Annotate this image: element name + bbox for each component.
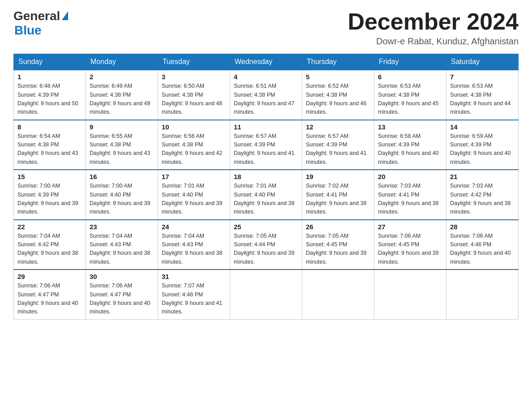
day-info: Sunrise: 7:06 AMSunset: 4:47 PMDaylight:…	[17, 282, 82, 317]
calendar-day-cell: 21Sunrise: 7:03 AMSunset: 4:42 PMDayligh…	[446, 170, 519, 220]
day-number: 29	[17, 273, 82, 280]
day-info: Sunrise: 7:03 AMSunset: 4:41 PMDaylight:…	[378, 182, 442, 217]
calendar-day-cell: 10Sunrise: 6:56 AMSunset: 4:38 PMDayligh…	[158, 120, 230, 170]
calendar-day-cell: 27Sunrise: 7:06 AMSunset: 4:45 PMDayligh…	[374, 220, 446, 270]
day-number: 23	[90, 223, 154, 231]
day-number: 5	[306, 73, 370, 81]
day-number: 25	[234, 223, 298, 231]
day-info: Sunrise: 6:56 AMSunset: 4:38 PMDaylight:…	[162, 132, 226, 167]
calendar-day-cell: 16Sunrise: 7:00 AMSunset: 4:40 PMDayligh…	[86, 170, 158, 220]
day-number: 24	[162, 223, 226, 231]
calendar-week-row: 22Sunrise: 7:04 AMSunset: 4:42 PMDayligh…	[14, 220, 519, 270]
day-info: Sunrise: 7:05 AMSunset: 4:44 PMDaylight:…	[234, 232, 298, 267]
calendar-day-cell: 23Sunrise: 7:04 AMSunset: 4:43 PMDayligh…	[86, 220, 158, 270]
calendar-header-row: SundayMondayTuesdayWednesdayThursdayFrid…	[14, 54, 519, 70]
day-number: 8	[17, 123, 82, 131]
logo: General Blue	[13, 9, 68, 38]
day-number: 1	[17, 73, 82, 81]
day-of-week-header: Tuesday	[158, 54, 230, 70]
calendar-week-row: 1Sunrise: 6:48 AMSunset: 4:39 PMDaylight…	[14, 70, 519, 120]
day-info: Sunrise: 6:53 AMSunset: 4:38 PMDaylight:…	[450, 82, 515, 117]
calendar-day-cell: 12Sunrise: 6:57 AMSunset: 4:39 PMDayligh…	[302, 120, 374, 170]
calendar-day-cell: 4Sunrise: 6:51 AMSunset: 4:38 PMDaylight…	[230, 70, 302, 120]
day-number: 22	[17, 223, 82, 231]
day-number: 15	[17, 173, 82, 180]
day-number: 20	[378, 173, 442, 180]
day-info: Sunrise: 6:52 AMSunset: 4:38 PMDaylight:…	[306, 82, 370, 117]
day-number: 9	[90, 123, 154, 131]
day-of-week-header: Friday	[374, 54, 446, 70]
day-info: Sunrise: 7:03 AMSunset: 4:42 PMDaylight:…	[450, 182, 515, 217]
day-info: Sunrise: 7:07 AMSunset: 4:48 PMDaylight:…	[162, 282, 226, 317]
day-info: Sunrise: 7:06 AMSunset: 4:46 PMDaylight:…	[450, 232, 515, 267]
day-info: Sunrise: 6:57 AMSunset: 4:39 PMDaylight:…	[306, 132, 370, 167]
day-info: Sunrise: 7:00 AMSunset: 4:40 PMDaylight:…	[90, 182, 154, 217]
calendar-day-cell: 2Sunrise: 6:49 AMSunset: 4:38 PMDaylight…	[86, 70, 158, 120]
calendar-day-cell	[374, 270, 446, 319]
calendar-day-cell: 26Sunrise: 7:05 AMSunset: 4:45 PMDayligh…	[302, 220, 374, 270]
day-number: 10	[162, 123, 226, 131]
day-number: 31	[162, 273, 226, 280]
day-info: Sunrise: 6:57 AMSunset: 4:39 PMDaylight:…	[234, 132, 298, 167]
day-info: Sunrise: 7:06 AMSunset: 4:45 PMDaylight:…	[378, 232, 442, 267]
day-info: Sunrise: 6:49 AMSunset: 4:38 PMDaylight:…	[90, 82, 154, 117]
month-title: December 2024	[348, 9, 519, 34]
day-number: 26	[306, 223, 370, 231]
day-info: Sunrise: 7:06 AMSunset: 4:47 PMDaylight:…	[90, 282, 154, 317]
calendar-day-cell: 18Sunrise: 7:01 AMSunset: 4:40 PMDayligh…	[230, 170, 302, 220]
page-header: General Blue December 2024 Dowr-e Rabat,…	[13, 9, 519, 47]
day-info: Sunrise: 6:53 AMSunset: 4:38 PMDaylight:…	[378, 82, 442, 117]
day-number: 7	[450, 73, 515, 81]
day-number: 6	[378, 73, 442, 81]
day-info: Sunrise: 7:04 AMSunset: 4:43 PMDaylight:…	[90, 232, 154, 267]
location-subtitle: Dowr-e Rabat, Kunduz, Afghanistan	[348, 36, 519, 47]
calendar-day-cell: 5Sunrise: 6:52 AMSunset: 4:38 PMDaylight…	[302, 70, 374, 120]
day-number: 21	[450, 173, 515, 180]
logo-triangle-icon	[62, 11, 68, 20]
day-number: 30	[90, 273, 154, 280]
title-block: December 2024 Dowr-e Rabat, Kunduz, Afgh…	[348, 9, 519, 47]
calendar-day-cell: 14Sunrise: 6:59 AMSunset: 4:39 PMDayligh…	[446, 120, 519, 170]
day-number: 27	[378, 223, 442, 231]
day-info: Sunrise: 7:02 AMSunset: 4:41 PMDaylight:…	[306, 182, 370, 217]
day-info: Sunrise: 6:59 AMSunset: 4:39 PMDaylight:…	[450, 132, 515, 167]
calendar-day-cell: 8Sunrise: 6:54 AMSunset: 4:38 PMDaylight…	[14, 120, 86, 170]
calendar-day-cell	[302, 270, 374, 319]
calendar-day-cell: 7Sunrise: 6:53 AMSunset: 4:38 PMDaylight…	[446, 70, 519, 120]
calendar-day-cell: 6Sunrise: 6:53 AMSunset: 4:38 PMDaylight…	[374, 70, 446, 120]
day-info: Sunrise: 7:05 AMSunset: 4:45 PMDaylight:…	[306, 232, 370, 267]
calendar-day-cell: 24Sunrise: 7:04 AMSunset: 4:43 PMDayligh…	[158, 220, 230, 270]
day-of-week-header: Sunday	[14, 54, 86, 70]
logo-general-text: General	[13, 9, 60, 23]
calendar-day-cell	[230, 270, 302, 319]
day-info: Sunrise: 6:55 AMSunset: 4:38 PMDaylight:…	[90, 132, 154, 167]
day-info: Sunrise: 6:54 AMSunset: 4:38 PMDaylight:…	[17, 132, 82, 167]
day-number: 12	[306, 123, 370, 131]
day-info: Sunrise: 6:50 AMSunset: 4:38 PMDaylight:…	[162, 82, 226, 117]
day-number: 19	[306, 173, 370, 180]
day-number: 14	[450, 123, 515, 131]
day-of-week-header: Monday	[86, 54, 158, 70]
calendar-day-cell: 31Sunrise: 7:07 AMSunset: 4:48 PMDayligh…	[158, 270, 230, 319]
calendar-day-cell: 25Sunrise: 7:05 AMSunset: 4:44 PMDayligh…	[230, 220, 302, 270]
calendar-day-cell: 11Sunrise: 6:57 AMSunset: 4:39 PMDayligh…	[230, 120, 302, 170]
calendar-table: SundayMondayTuesdayWednesdayThursdayFrid…	[13, 54, 519, 320]
calendar-day-cell: 20Sunrise: 7:03 AMSunset: 4:41 PMDayligh…	[374, 170, 446, 220]
day-info: Sunrise: 6:58 AMSunset: 4:39 PMDaylight:…	[378, 132, 442, 167]
day-number: 18	[234, 173, 298, 180]
day-number: 16	[90, 173, 154, 180]
day-of-week-header: Saturday	[446, 54, 519, 70]
calendar-day-cell: 22Sunrise: 7:04 AMSunset: 4:42 PMDayligh…	[14, 220, 86, 270]
day-number: 11	[234, 123, 298, 131]
calendar-day-cell: 13Sunrise: 6:58 AMSunset: 4:39 PMDayligh…	[374, 120, 446, 170]
calendar-day-cell: 29Sunrise: 7:06 AMSunset: 4:47 PMDayligh…	[14, 270, 86, 319]
day-number: 4	[234, 73, 298, 81]
calendar-day-cell: 19Sunrise: 7:02 AMSunset: 4:41 PMDayligh…	[302, 170, 374, 220]
calendar-week-row: 29Sunrise: 7:06 AMSunset: 4:47 PMDayligh…	[14, 270, 519, 319]
calendar-day-cell	[446, 270, 519, 319]
day-number: 17	[162, 173, 226, 180]
day-number: 28	[450, 223, 515, 231]
day-info: Sunrise: 7:00 AMSunset: 4:39 PMDaylight:…	[17, 182, 82, 217]
day-info: Sunrise: 7:04 AMSunset: 4:43 PMDaylight:…	[162, 232, 226, 267]
day-number: 2	[90, 73, 154, 81]
